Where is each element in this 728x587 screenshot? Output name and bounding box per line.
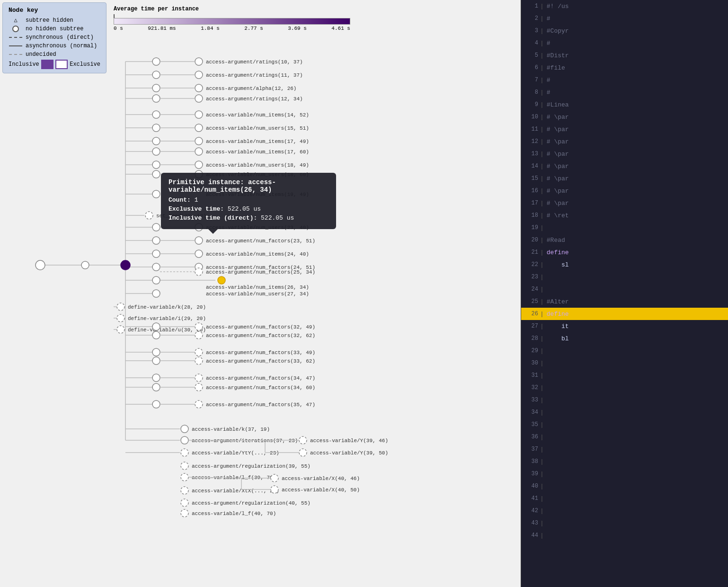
circle-x40-50[interactable] [271, 486, 278, 493]
code-line-27[interactable]: 27| it [521, 320, 728, 332]
node-r856[interactable] [181, 425, 188, 433]
col2-r748[interactable] [195, 374, 203, 382]
col2-r804[interactable] [195, 400, 203, 408]
root-node[interactable] [36, 260, 45, 270]
node-r804[interactable] [152, 400, 160, 408]
code-line-36[interactable]: 36| [521, 431, 728, 443]
node-r542[interactable] [152, 276, 160, 284]
node-r986[interactable] [181, 487, 188, 494]
col2-circle-270[interactable] [195, 148, 203, 155]
col2-circle-486[interactable] [195, 250, 203, 258]
circle-804[interactable] [152, 400, 160, 408]
code-line-12[interactable]: 12|# \par [521, 135, 728, 148]
col2-circle-220[interactable] [195, 124, 203, 132]
col2-circle-712[interactable] [195, 357, 203, 365]
circle-360[interactable] [152, 190, 160, 198]
circle-958[interactable] [181, 473, 188, 481]
code-line-30[interactable]: 30| [521, 357, 728, 369]
node-r192[interactable] [152, 111, 160, 118]
col2-circle-658[interactable] [195, 331, 203, 339]
col2-circle-136[interactable] [195, 84, 203, 92]
circle-880[interactable] [181, 436, 188, 444]
n1-node[interactable] [81, 261, 89, 269]
col2-r486[interactable] [195, 250, 203, 258]
node-x40-46[interactable] [271, 474, 278, 482]
code-line-4[interactable]: 4|# [521, 37, 728, 49]
node-r80[interactable] [152, 58, 160, 65]
node-r458[interactable] [152, 237, 160, 244]
code-line-35[interactable]: 35| [521, 418, 728, 431]
code-line-19[interactable]: 19| [521, 222, 728, 234]
node-r360[interactable] [152, 190, 160, 198]
circle-108[interactable] [152, 71, 160, 79]
node-r570[interactable] [152, 290, 160, 297]
circle-748[interactable] [152, 374, 160, 382]
code-line-6[interactable]: 6|#file [521, 62, 728, 74]
node-r658[interactable] [152, 331, 160, 339]
col2-circle-158[interactable] [195, 95, 203, 102]
main-circle[interactable] [121, 260, 130, 270]
col2-r108[interactable] [195, 71, 203, 79]
node-r298[interactable] [152, 161, 160, 169]
n1-circle[interactable] [81, 261, 89, 269]
circle-934[interactable] [181, 462, 188, 470]
col2-r658[interactable] [195, 331, 203, 339]
node-r694[interactable] [152, 348, 160, 356]
circle-158[interactable] [152, 95, 160, 102]
node-r934[interactable] [181, 462, 188, 470]
node-r136[interactable] [152, 84, 160, 92]
code-line-2[interactable]: 2|# [521, 12, 728, 25]
code-line-1[interactable]: 1|#! /us [521, 0, 728, 12]
code-line-39[interactable]: 39| [521, 468, 728, 480]
define-u-circle[interactable] [117, 326, 124, 333]
code-line-37[interactable]: 37| [521, 443, 728, 455]
circle-458[interactable] [152, 237, 160, 244]
code-line-33[interactable]: 33| [521, 394, 728, 406]
circle-514[interactable] [152, 263, 160, 271]
col2-circle-248[interactable] [195, 137, 203, 145]
main-node[interactable] [121, 260, 130, 270]
code-line-5[interactable]: 5|#Distr [521, 49, 728, 62]
node-r108[interactable] [152, 71, 160, 79]
code-line-21[interactable]: 21|define [521, 246, 728, 258]
code-line-25[interactable]: 25|#Alter [521, 295, 728, 308]
col2-r192[interactable] [195, 111, 203, 118]
circle-658[interactable] [152, 331, 160, 339]
code-line-9[interactable]: 9|#Linea [521, 98, 728, 111]
circle-856[interactable] [181, 425, 188, 433]
code-line-11[interactable]: 11|# \par [521, 123, 728, 135]
node-r640[interactable] [152, 323, 160, 330]
circle-640[interactable] [152, 323, 160, 330]
col2-r158[interactable] [195, 95, 203, 102]
col2-circle-748[interactable] [195, 374, 203, 382]
code-line-43[interactable]: 43| [521, 517, 728, 529]
node-r748[interactable] [152, 374, 160, 382]
col2-r524[interactable] [195, 268, 203, 276]
circle-y39-50[interactable] [299, 449, 307, 456]
node-y39-50[interactable] [299, 449, 307, 456]
circle-248[interactable] [152, 137, 160, 145]
code-line-40[interactable]: 40| [521, 480, 728, 492]
circle-298[interactable] [152, 161, 160, 169]
code-line-10[interactable]: 10|# \par [521, 111, 728, 123]
circle-80[interactable] [152, 58, 160, 65]
code-line-29[interactable]: 29| [521, 345, 728, 357]
col2-circle-80[interactable] [195, 58, 203, 65]
code-line-3[interactable]: 3|#Copyr [521, 25, 728, 37]
code-line-26[interactable]: 26|define [521, 308, 728, 320]
node-r1012[interactable] [181, 499, 188, 507]
node-r158[interactable] [152, 95, 160, 102]
code-line-16[interactable]: 16|# \par [521, 185, 728, 197]
circle-136[interactable] [152, 84, 160, 92]
circle-768[interactable] [152, 383, 160, 391]
define-u-node[interactable] [117, 326, 124, 333]
circle-270[interactable] [152, 148, 160, 155]
node-r1034[interactable] [181, 509, 188, 517]
col2-r136[interactable] [195, 84, 203, 92]
code-line-28[interactable]: 28| bl [521, 332, 728, 345]
circle-906[interactable] [181, 449, 188, 456]
code-line-15[interactable]: 15|# \par [521, 172, 728, 185]
col2-r220[interactable] [195, 124, 203, 132]
col2-r80[interactable] [195, 58, 203, 65]
circle-318[interactable] [152, 170, 160, 178]
